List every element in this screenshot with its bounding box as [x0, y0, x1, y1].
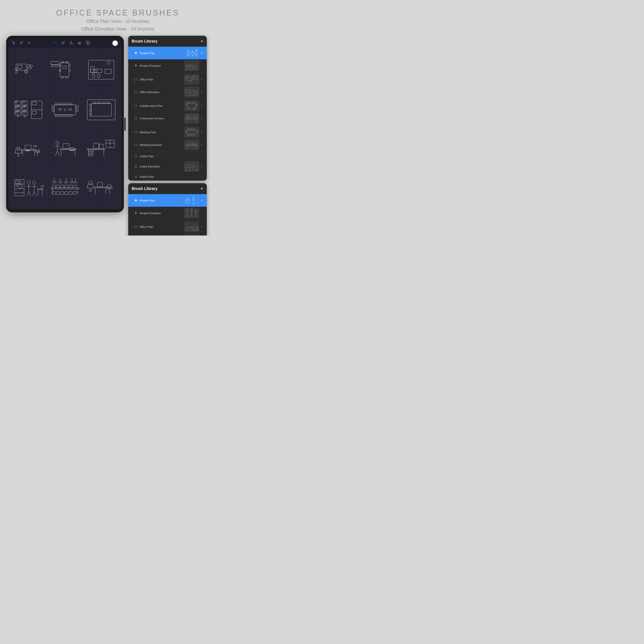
brush-icon-meet-elev [134, 143, 138, 147]
svg-point-228 [135, 105, 137, 107]
svg-rect-74 [59, 109, 61, 110]
group-number-3-top: 3 [131, 104, 133, 107]
brush-row-meet-elev-top[interactable]: Meeting Elevation ✓ [128, 138, 207, 151]
brush-preview-meet-elev-top [184, 139, 199, 150]
brush-icon-plants-plan [134, 175, 138, 179]
svg-point-140 [27, 181, 30, 184]
brush-row-plants-plan-top[interactable]: Plants Plan [128, 173, 207, 181]
brush-row-office-elev-bot[interactable]: Office Elevation ✓ [128, 233, 207, 236]
svg-rect-75 [69, 109, 72, 110]
canvas-item-7 [12, 131, 46, 168]
checkmark-people-plan-bot: ✓ [201, 199, 203, 202]
undo-icon[interactable] [12, 41, 16, 46]
svg-line-149 [34, 191, 36, 196]
more-icon[interactable] [53, 41, 57, 46]
svg-line-270 [189, 202, 190, 203]
svg-rect-150 [37, 189, 43, 190]
svg-point-281 [191, 209, 192, 210]
svg-rect-214 [190, 64, 192, 66]
brush-row-office-plan-top[interactable]: 2 Office Plan ✓ [128, 73, 207, 86]
divider-1-top [128, 72, 207, 73]
redo-icon[interactable] [19, 41, 23, 46]
svg-rect-260 [185, 165, 190, 171]
svg-line-90 [21, 152, 22, 153]
svg-line-206 [192, 55, 193, 56]
svg-line-275 [194, 203, 195, 205]
svg-rect-215 [190, 66, 192, 70]
brush-row-office-plan-bot[interactable]: 2 Office Plan [128, 220, 207, 233]
svg-rect-136 [16, 180, 18, 184]
svg-rect-258 [190, 143, 193, 145]
svg-rect-115 [70, 148, 74, 150]
svg-rect-203 [191, 53, 194, 55]
canvas-item-8 [48, 131, 82, 168]
pen-icon[interactable] [61, 41, 65, 46]
brush-row-meet-plan-top[interactable]: 4 Meeting Plan [128, 126, 207, 138]
main-layout: Brush Library + 1 People Plan [0, 36, 236, 236]
checkmark-office-plan-bot: ✓ [201, 225, 203, 229]
checkmark-people-plan-top: ✓ [201, 51, 203, 55]
svg-rect-18 [60, 63, 69, 77]
brush-panel-bottom: Brush Library + 1 People Plan [128, 183, 207, 236]
panel-header-bottom: Brush Library + [128, 183, 207, 194]
brush-name-collab-plan-top: Collaborative Plan [140, 104, 182, 108]
panel-plus-top[interactable]: + [200, 38, 203, 44]
brush-row-collab-elev-top[interactable]: Collaborative Elevation ✓ [128, 112, 207, 125]
svg-rect-242 [195, 115, 197, 118]
svg-point-102 [36, 149, 39, 152]
ipad-wrapper [6, 36, 124, 212]
svg-line-285 [191, 214, 192, 217]
brush-row-people-elev-bot[interactable]: People Elevation [128, 207, 207, 219]
svg-point-125 [91, 154, 91, 155]
svg-rect-70 [52, 109, 54, 112]
svg-rect-181 [88, 184, 93, 189]
svg-rect-235 [196, 104, 197, 106]
copy-icon[interactable] [86, 41, 90, 46]
group-number-2-bot: 2 [131, 225, 133, 228]
svg-rect-132 [15, 179, 24, 196]
brush-icon-office-plan-bot [134, 225, 138, 229]
brush-preview-people-elev-top [184, 60, 199, 71]
brush-list-bottom: 1 People Plan [128, 194, 207, 236]
svg-rect-190 [97, 182, 102, 187]
svg-rect-187 [94, 187, 107, 188]
brush-row-lobby-elev-top[interactable]: Lobby Elevation ✓ [128, 160, 207, 173]
brush-icon-collab-plan [134, 104, 138, 108]
panel-plus-bottom[interactable]: + [200, 186, 203, 191]
panels-wrapper: Brush Library + 1 People Plan [128, 36, 207, 236]
svg-point-145 [32, 181, 36, 184]
ipad-camera-bar [124, 118, 126, 131]
svg-rect-212 [186, 65, 189, 67]
svg-rect-4 [87, 42, 90, 44]
group-number-4-top: 4 [131, 131, 133, 133]
brush-row-people-plan-top[interactable]: 1 People Plan [128, 47, 207, 59]
brush-name-office-plan-bot: Office Plan [140, 225, 182, 229]
svg-rect-222 [193, 77, 195, 78]
svg-rect-110 [60, 149, 77, 150]
brush-row-office-elev-top[interactable]: Office Elevation ✓ [128, 86, 207, 98]
svg-rect-254 [186, 145, 198, 146]
svg-line-185 [87, 186, 88, 188]
brush-row-lobby-plan-top[interactable]: 5 Lobby Plan [128, 152, 207, 160]
eraser-icon[interactable] [78, 41, 82, 46]
brush-preview-collab-elev-top [184, 113, 199, 124]
brush-row-people-elev-top[interactable]: People Elevation ✓ [128, 59, 207, 72]
checkmark-collab-elev-top: ✓ [201, 117, 203, 120]
svg-rect-137 [19, 181, 21, 184]
svg-rect-182 [89, 181, 92, 184]
svg-rect-72 [76, 109, 78, 112]
svg-rect-94 [25, 145, 31, 149]
canvas-item-2 [48, 51, 82, 89]
transform-icon[interactable] [27, 41, 31, 46]
svg-rect-128 [99, 144, 103, 149]
svg-rect-20 [59, 69, 61, 72]
svg-line-186 [93, 186, 94, 188]
brush-row-people-plan-bot[interactable]: 1 People Plan [128, 194, 207, 207]
color-picker[interactable] [112, 40, 118, 46]
brush-row-collab-plan-top[interactable]: 3 Collaborative Plan [128, 99, 207, 112]
header-section: OFFICE SPACE BRUSHES Office Plan View - … [56, 0, 179, 36]
svg-line-148 [32, 191, 34, 196]
brush-icon[interactable] [69, 41, 73, 46]
svg-rect-295 [190, 227, 192, 228]
svg-rect-35 [105, 69, 111, 73]
